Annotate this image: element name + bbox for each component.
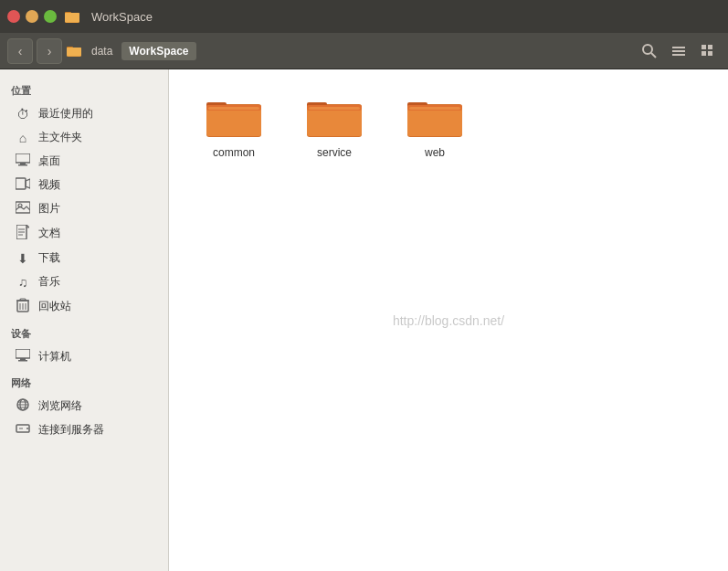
svg-rect-34	[18, 360, 27, 362]
documents-icon	[15, 225, 31, 242]
videos-icon	[15, 177, 31, 193]
sidebar-item-recent-label: 最近使用的	[38, 106, 93, 122]
breadcrumb-workspace[interactable]: WorkSpace	[121, 42, 195, 60]
file-item-web[interactable]: web	[385, 84, 485, 168]
folder-icon-web	[406, 93, 464, 141]
svg-rect-2	[65, 13, 79, 22]
sidebar-item-home[interactable]: ⌂ 主文件夹	[4, 126, 164, 149]
svg-rect-28	[20, 299, 26, 301]
minimize-button[interactable]	[26, 10, 38, 23]
svg-rect-14	[708, 51, 712, 56]
sidebar-item-documents[interactable]: 文档	[4, 221, 164, 246]
watermark: http://blog.csdn.net/	[393, 313, 504, 328]
window-title: WorkSpace	[91, 10, 153, 24]
main-content: 位置 ⏱ 最近使用的 ⌂ 主文件夹 桌面 视频 图片	[0, 69, 728, 571]
sidebar-item-browse-network-label: 浏览网络	[38, 398, 82, 414]
file-area: http://blog.csdn.net/ common servi	[169, 69, 728, 571]
sidebar-item-desktop-label: 桌面	[38, 153, 60, 169]
svg-rect-18	[16, 178, 26, 189]
svg-rect-16	[20, 163, 26, 164]
sidebar-item-connect-server-label: 连接到服务器	[38, 422, 104, 438]
search-button[interactable]	[637, 38, 662, 64]
sidebar-item-trash-label: 回收站	[38, 299, 71, 314]
search-icon	[641, 43, 658, 59]
toolbar: ‹ › data WorkSpace	[0, 33, 728, 69]
sidebar-item-music-label: 音乐	[38, 274, 60, 290]
file-item-service[interactable]: service	[284, 84, 385, 168]
title-bar: WorkSpace	[0, 0, 728, 33]
sidebar-item-downloads[interactable]: ⬇ 下载	[4, 247, 164, 270]
file-item-common[interactable]: common	[184, 84, 284, 168]
maximize-button[interactable]	[44, 10, 57, 23]
recent-icon: ⏱	[15, 107, 31, 122]
grid-icon	[700, 43, 716, 59]
sidebar-item-trash[interactable]: 回收站	[4, 294, 164, 319]
svg-point-41	[26, 428, 28, 429]
file-item-service-label: service	[317, 146, 352, 159]
forward-button[interactable]: ›	[37, 38, 62, 64]
list-icon	[670, 43, 687, 59]
back-button[interactable]: ‹	[7, 38, 33, 64]
sidebar-item-videos-label: 视频	[38, 177, 60, 193]
computer-icon	[15, 349, 31, 365]
sidebar: 位置 ⏱ 最近使用的 ⌂ 主文件夹 桌面 视频 图片	[0, 69, 169, 571]
sidebar-item-computer[interactable]: 计算机	[4, 345, 164, 368]
sidebar-section-places: 位置	[0, 77, 168, 101]
folder-icon-service	[305, 93, 364, 141]
sidebar-item-downloads-label: 下载	[38, 250, 60, 266]
window-controls	[7, 10, 57, 23]
breadcrumb-folder-icon	[66, 43, 82, 59]
svg-rect-57	[409, 107, 460, 110]
svg-rect-9	[672, 50, 685, 52]
list-view-button[interactable]	[666, 38, 691, 64]
app-icon	[64, 8, 80, 25]
svg-rect-52	[309, 107, 360, 110]
file-item-web-label: web	[425, 146, 445, 159]
grid-view-button[interactable]	[695, 38, 721, 64]
browse-network-icon	[15, 398, 31, 414]
svg-rect-13	[702, 51, 706, 56]
sidebar-item-connect-server[interactable]: 连接到服务器	[4, 418, 164, 441]
pictures-icon	[15, 201, 31, 217]
sidebar-item-pictures[interactable]: 图片	[4, 197, 164, 220]
svg-point-6	[643, 45, 652, 54]
sidebar-item-computer-label: 计算机	[38, 349, 71, 365]
svg-rect-47	[208, 107, 259, 110]
desktop-icon	[15, 153, 31, 169]
svg-rect-33	[20, 358, 26, 360]
svg-rect-8	[672, 47, 685, 48]
close-button[interactable]	[7, 10, 20, 23]
sidebar-item-documents-label: 文档	[38, 226, 60, 241]
breadcrumb-data[interactable]: data	[84, 42, 120, 60]
breadcrumb: data WorkSpace	[66, 42, 633, 60]
sidebar-item-home-label: 主文件夹	[38, 130, 82, 145]
svg-rect-15	[16, 153, 30, 163]
toolbar-right	[637, 38, 721, 64]
sidebar-item-recent[interactable]: ⏱ 最近使用的	[4, 102, 164, 125]
downloads-icon: ⬇	[15, 251, 31, 266]
sidebar-item-pictures-label: 图片	[38, 201, 60, 217]
connect-server-icon	[15, 422, 31, 438]
folder-icon-common	[205, 93, 263, 141]
sidebar-section-network: 网络	[0, 369, 168, 394]
trash-icon	[15, 298, 31, 315]
svg-line-7	[651, 53, 656, 58]
sidebar-item-browse-network[interactable]: 浏览网络	[4, 395, 164, 418]
file-item-common-label: common	[213, 146, 255, 159]
svg-rect-17	[18, 164, 27, 166]
sidebar-section-devices: 设备	[0, 320, 168, 344]
sidebar-item-videos[interactable]: 视频	[4, 174, 164, 196]
svg-rect-10	[672, 54, 685, 56]
home-icon: ⌂	[15, 131, 31, 145]
sidebar-item-music[interactable]: ♫ 音乐	[4, 270, 164, 293]
sidebar-item-desktop[interactable]: 桌面	[4, 150, 164, 173]
svg-rect-12	[708, 45, 712, 49]
svg-rect-5	[67, 48, 81, 56]
svg-rect-11	[702, 45, 706, 49]
svg-rect-32	[16, 349, 30, 358]
music-icon: ♫	[15, 275, 31, 290]
